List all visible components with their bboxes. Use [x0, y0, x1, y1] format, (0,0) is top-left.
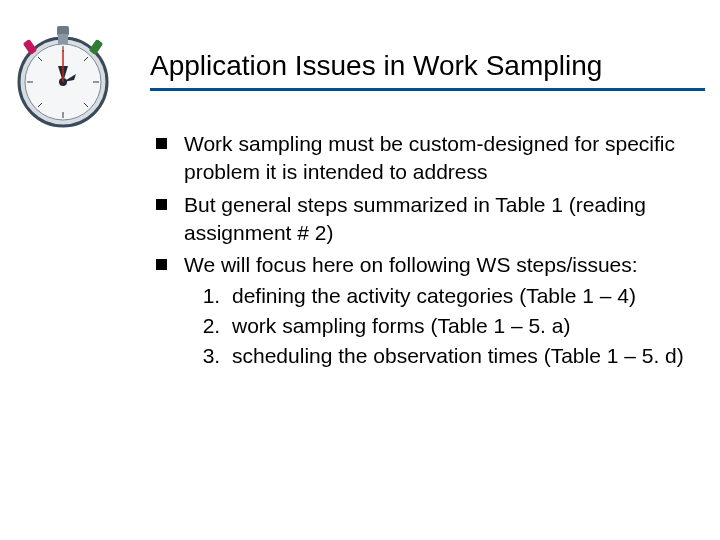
- slide-header: Application Issues in Work Sampling: [150, 50, 690, 91]
- bullet-item: But general steps summarized in Table 1 …: [150, 191, 690, 248]
- bullet-list: Work sampling must be custom-designed fo…: [150, 130, 690, 371]
- bullet-text: Work sampling must be custom-designed fo…: [184, 132, 675, 183]
- bullet-text: We will focus here on following WS steps…: [184, 253, 638, 276]
- stopwatch-icon: [8, 20, 118, 130]
- slide-body: Work sampling must be custom-designed fo…: [150, 130, 690, 375]
- bullet-item: We will focus here on following WS steps…: [150, 251, 690, 370]
- slide-title: Application Issues in Work Sampling: [150, 50, 690, 82]
- title-underline: [150, 88, 705, 91]
- bullet-text: But general steps summarized in Table 1 …: [184, 193, 646, 244]
- sub-item: scheduling the observation times (Table …: [226, 342, 690, 370]
- bullet-item: Work sampling must be custom-designed fo…: [150, 130, 690, 187]
- sub-list: defining the activity categories (Table …: [184, 282, 690, 371]
- svg-rect-3: [58, 34, 68, 44]
- sub-item: defining the activity categories (Table …: [226, 282, 690, 310]
- sub-item: work sampling forms (Table 1 – 5. a): [226, 312, 690, 340]
